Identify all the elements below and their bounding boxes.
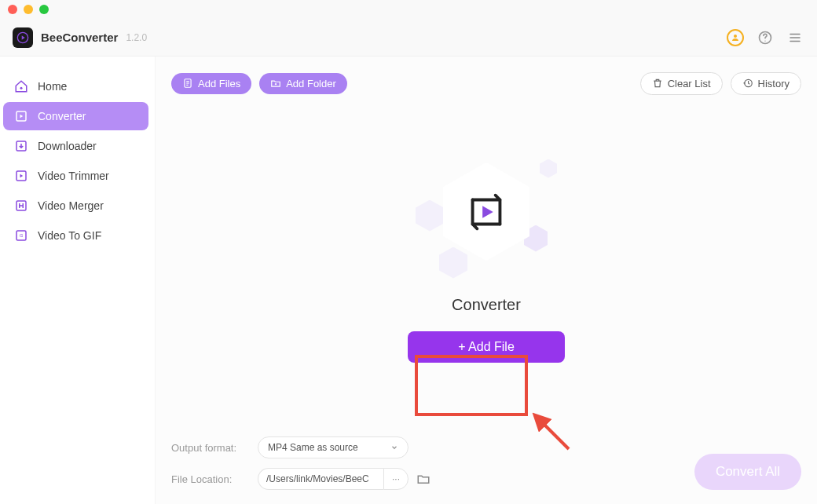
annotation-highlight-box	[415, 355, 528, 416]
sidebar-item-home[interactable]: Home	[3, 72, 148, 100]
menu-button[interactable]	[786, 28, 804, 47]
app-body: Home Converter Downloader Video Trimmer …	[0, 57, 817, 504]
sidebar-item-label: Video Merger	[38, 199, 104, 212]
app-name: BeeConverter	[41, 31, 118, 44]
convert-cycle-icon	[462, 188, 511, 236]
sidebar-item-video-to-gif[interactable]: G Video To GIF	[3, 221, 148, 250]
app-header: BeeConverter 1.2.0	[0, 19, 817, 57]
sidebar-item-label: Converter	[38, 110, 86, 122]
svg-point-1	[734, 35, 737, 38]
play-icon	[16, 31, 29, 44]
gif-icon: G	[14, 228, 28, 243]
file-location-value: /Users/link/Movies/BeeC	[266, 473, 369, 484]
sidebar-item-converter[interactable]: Converter	[3, 102, 148, 130]
help-button[interactable]	[756, 28, 775, 47]
add-file-button[interactable]: + Add File	[408, 331, 565, 363]
empty-state-title: Converter	[452, 296, 521, 314]
profile-icon	[727, 29, 744, 46]
header-right	[726, 28, 804, 47]
app-version: 1.2.0	[126, 32, 147, 43]
output-format-label: Output format:	[171, 442, 247, 454]
bottom-settings: Output format: MP4 Same as source File L…	[171, 436, 432, 490]
header-left: BeeConverter 1.2.0	[13, 27, 147, 48]
bottom-bar: Output format: MP4 Same as source File L…	[156, 427, 817, 504]
home-icon	[14, 79, 28, 93]
sidebar-item-video-trimmer[interactable]: Video Trimmer	[3, 162, 148, 190]
file-location-group: /Users/link/Movies/BeeC ···	[258, 468, 432, 490]
empty-state: Converter + Add File	[156, 80, 817, 427]
app-logo	[13, 27, 33, 48]
output-format-select[interactable]: MP4 Same as source	[258, 436, 408, 458]
sidebar-item-label: Video Trimmer	[38, 170, 109, 182]
close-window-button[interactable]	[8, 5, 17, 14]
file-location-more-button[interactable]: ···	[383, 468, 408, 490]
download-icon	[14, 139, 28, 153]
maximize-window-button[interactable]	[39, 5, 49, 14]
output-format-row: Output format: MP4 Same as source	[171, 436, 432, 458]
svg-text:G: G	[20, 233, 24, 238]
file-location-row: File Location: /Users/link/Movies/BeeC ·…	[171, 468, 432, 490]
sidebar: Home Converter Downloader Video Trimmer …	[0, 57, 156, 504]
open-folder-button[interactable]	[415, 470, 432, 488]
sidebar-item-label: Video To GIF	[38, 229, 101, 242]
main-content: Add Files Add Folder Clear List History	[156, 57, 817, 504]
sidebar-item-video-merger[interactable]: Video Merger	[3, 192, 148, 220]
converter-icon	[14, 109, 28, 123]
merger-icon	[14, 199, 28, 213]
profile-button[interactable]	[726, 28, 745, 47]
convert-all-button[interactable]: Convert All	[694, 454, 801, 490]
converter-graphic	[408, 145, 565, 279]
hamburger-icon	[788, 31, 802, 45]
sidebar-item-label: Home	[38, 80, 67, 93]
minimize-window-button[interactable]	[24, 5, 33, 14]
svg-point-7	[20, 87, 23, 89]
output-format-value: MP4 Same as source	[268, 442, 358, 453]
help-icon	[757, 30, 773, 46]
file-location-input[interactable]: /Users/link/Movies/BeeC	[258, 468, 383, 490]
sidebar-item-label: Downloader	[38, 140, 97, 152]
folder-icon	[416, 472, 430, 486]
chevron-down-icon	[390, 444, 398, 451]
window-titlebar	[0, 0, 817, 19]
svg-point-3	[764, 40, 765, 41]
file-location-label: File Location:	[171, 473, 247, 485]
trimmer-icon	[14, 169, 28, 183]
sidebar-item-downloader[interactable]: Downloader	[3, 132, 148, 160]
